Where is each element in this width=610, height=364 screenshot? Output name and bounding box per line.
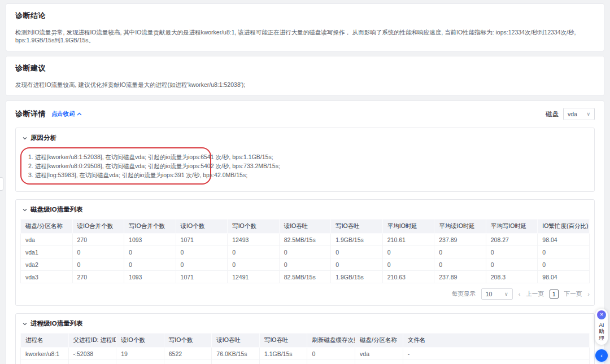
current-page-button[interactable]: 1	[550, 290, 559, 299]
chevron-down-icon	[23, 322, 27, 326]
table-cell: 0	[72, 258, 124, 271]
table-cell: 0	[279, 246, 331, 258]
table-cell: 0	[382, 258, 434, 271]
column-header: 磁盘/分区名称	[355, 334, 403, 348]
table-cell: 270	[72, 234, 124, 246]
table-cell: 1.9GB/15s	[331, 234, 383, 246]
table-cell: 0	[538, 246, 590, 258]
table-cell: 0	[307, 348, 355, 360]
table-cell: 6522	[164, 348, 212, 360]
table-row: vda10000000000	[21, 246, 590, 258]
table-cell: 0	[486, 246, 538, 258]
disk-filter: 磁盘 vda ∨	[546, 108, 595, 120]
chevron-down-icon	[23, 136, 27, 141]
chevron-down-icon	[23, 208, 27, 212]
column-header: 刷新磁盘缓存次数	[307, 334, 355, 348]
detail-header: 诊断详情 点击收起 磁盘 vda ∨	[15, 108, 595, 120]
prev-page-arrow-icon[interactable]: ‹	[518, 291, 521, 297]
table-cell: -:52038	[68, 348, 116, 360]
table-cell: 210.63	[382, 271, 434, 283]
disk-io-title-row[interactable]: 磁盘级IO流量列表	[20, 204, 590, 219]
table-cell: vda1	[21, 246, 73, 258]
table-cell: kworker/u8:0	[21, 360, 69, 364]
disk-select-value: vda	[568, 111, 577, 117]
process-io-title-row[interactable]: 进程级IO流量列表	[20, 318, 590, 333]
cause-analysis-section: 原因分析 1. 进程[kworker/u8:1:52038], 在访问磁盘vda…	[15, 128, 595, 192]
suggestion-card: 诊断建议 发现有进程IO流量较高, 建议优化掉贡献IO流量最大的进程(如进程'k…	[6, 56, 604, 96]
table-row: kworker/u8:1-:5203819652276.0KB/15s1.1GB…	[21, 348, 590, 360]
table-cell: 1093	[124, 271, 176, 283]
disk-io-table: 磁盘/分区名称读IO合并个数写IO合并个数读IO个数写IO个数读IO吞吐写IO吞…	[20, 219, 590, 283]
cause-list: 1. 进程[kworker/u8:1:52038], 在访问磁盘vda; 引起的…	[28, 152, 208, 179]
chevron-down-icon: ∨	[586, 112, 590, 117]
table-cell: 76.0KB/15s	[212, 348, 260, 360]
column-header: 平均读IO时延	[434, 220, 486, 234]
table-cell: 82.5MB/15s	[279, 271, 331, 283]
table-cell: 1071	[176, 271, 228, 283]
table-cell: -	[403, 348, 589, 360]
disk-io-title: 磁盘级IO流量列表	[30, 205, 83, 214]
chevron-down-icon: ∨	[504, 292, 508, 297]
chevron-left-icon[interactable]: ‹	[595, 349, 608, 362]
table-cell: 0	[124, 246, 176, 258]
next-page-arrow-icon[interactable]: ›	[587, 291, 590, 297]
column-header: 平均IO时延	[382, 220, 434, 234]
table-cell: 0	[228, 246, 280, 258]
table-cell: 98.04	[538, 234, 590, 246]
column-header: 读IO吞吐	[279, 220, 331, 234]
table-cell: 0	[228, 258, 280, 271]
collapse-link-label: 点击收起	[51, 110, 75, 118]
close-icon[interactable]: ✕	[597, 310, 606, 319]
process-io-table: 进程名父进程ID: 进程ID读IO个数写IO个数读IO吞吐写IO吞吐刷新磁盘缓存…	[20, 333, 590, 364]
table-cell: 7	[116, 360, 164, 364]
column-header: 文件名	[403, 334, 589, 348]
chevron-up-icon	[77, 112, 82, 116]
table-cell: 12491	[228, 271, 280, 283]
column-header: 写IO吞吐	[259, 334, 307, 348]
table-cell: vda	[355, 360, 403, 364]
cause-section-title-row[interactable]: 原因分析	[20, 133, 590, 147]
table-cell: -	[403, 360, 589, 364]
column-header: 读IO吞吐	[212, 334, 260, 348]
cause-item: 3. 进程[log:53983], 在访问磁盘vda; 引起的io流量为iops…	[28, 170, 208, 179]
detail-card: 诊断详情 点击收起 磁盘 vda ∨ 原因分析	[6, 100, 604, 364]
table-cell: 270	[72, 271, 124, 283]
collapse-toggle[interactable]: 点击收起	[51, 110, 82, 118]
table-cell: -:29508	[68, 360, 116, 364]
disk-table-pagination: 每页显示 10 ∨ ‹ 上一页 1 下一页 ›	[20, 288, 590, 300]
cause-annotation-box: 1. 进程[kworker/u8:1:52038], 在访问磁盘vda; 引起的…	[20, 147, 211, 185]
table-cell: vda	[355, 348, 403, 360]
ai-assistant-pill[interactable]: ✕ AI助理	[595, 309, 608, 345]
table-cell: vda	[21, 234, 73, 246]
table-cell: 0	[331, 258, 383, 271]
conclusion-title: 诊断结论	[15, 11, 595, 21]
collapsed-side-handle[interactable]	[0, 177, 3, 191]
table-cell: 98.04	[538, 271, 590, 283]
per-page-value: 10	[486, 291, 493, 297]
table-cell: 1071	[176, 234, 228, 246]
table-cell: 0	[72, 246, 124, 258]
table-cell: 0	[486, 258, 538, 271]
column-header: 进程名	[21, 334, 69, 348]
table-cell: 28.0KB/15s	[212, 360, 260, 364]
column-header: 磁盘/分区名称	[21, 220, 73, 234]
next-page-button[interactable]: 下一页	[564, 290, 582, 298]
suggestion-body: 发现有进程IO流量较高, 建议优化掉贡献IO流量最大的进程(如进程'kworke…	[15, 81, 595, 89]
disk-select[interactable]: vda ∨	[563, 108, 595, 120]
table-row: kworker/u8:0-:295087539528.0KB/15s733.2M…	[21, 360, 590, 364]
table-row: vda270109310711249382.5MB/15s1.9GB/15s21…	[21, 234, 590, 246]
table-cell: 0	[331, 246, 383, 258]
column-header: 读IO个数	[116, 334, 164, 348]
per-page-label: 每页显示	[452, 290, 476, 298]
prev-page-button[interactable]: 上一页	[526, 290, 544, 298]
table-cell: 208.3	[486, 271, 538, 283]
table-row: vda20000000000	[21, 258, 590, 271]
table-cell: 12493	[228, 234, 280, 246]
table-cell: 0	[434, 246, 486, 258]
table-cell: 1.1GB/15s	[259, 348, 307, 360]
per-page-select[interactable]: 10 ∨	[481, 288, 513, 300]
column-header: 写IO合并个数	[124, 220, 176, 234]
column-header: 读IO合并个数	[72, 220, 124, 234]
conclusion-card: 诊断结论 检测到IO流量异常, 发现进程IO流量较高, 其中IO流量贡献最大的是…	[6, 3, 604, 51]
table-cell: 0	[538, 258, 590, 271]
